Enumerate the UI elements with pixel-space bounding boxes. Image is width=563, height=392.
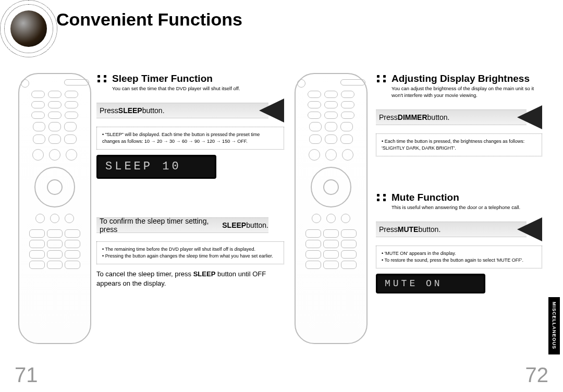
note-box-mute: 'MUTE ON' appears in the display. To res… [376, 246, 542, 268]
banner-bold: SLEEP [118, 106, 142, 115]
banner-press-mute: Press MUTE button. [376, 217, 542, 241]
note-line: The remaining time before the DVD player… [102, 246, 278, 253]
banner-bold: SLEEP [222, 221, 246, 229]
banner-triangle-icon [517, 217, 542, 241]
decorative-badge [0, 0, 57, 57]
banner-triangle-icon [517, 105, 542, 129]
lcd-sleep: SLEEP 10 [96, 155, 216, 179]
page-number-right: 72 [525, 363, 549, 387]
bullet-icon [376, 193, 387, 202]
bullet-icon [376, 74, 387, 83]
banner-text: button. [427, 113, 450, 121]
section-title-mute: Mute Function [391, 192, 459, 203]
section-title-brightness: Adjusting Display Brightness [391, 73, 530, 84]
banner-text: To confirm the sleep timer setting, pres… [100, 217, 222, 234]
banner-text: Press [100, 106, 118, 115]
note-box-dimmer: Each time the button is pressed, the bri… [376, 133, 542, 156]
brightness-intro: You can adjust the brightness of the dis… [391, 85, 542, 99]
page-title: Convenient Functions [56, 9, 242, 30]
section-title-sleep: Sleep Timer Function [112, 73, 213, 84]
mute-intro: This is useful when answering the door o… [391, 204, 542, 211]
note-line: Each time the button is pressed, the bri… [382, 138, 536, 152]
note-line: To restore the sound, press the button a… [382, 257, 536, 264]
lcd-mute: MUTE ON [376, 274, 485, 293]
main-content: Sleep Timer Function You can set the tim… [18, 73, 545, 344]
note-line: Pressing the button again changes the sl… [102, 253, 278, 260]
instruction-cancel: To cancel the sleep timer, press SLEEP b… [96, 270, 284, 288]
banner-confirm-sleep: To confirm the sleep timer setting, pres… [96, 213, 284, 237]
remote-illustration-right [295, 73, 368, 344]
banner-bold: DIMMER [398, 113, 427, 121]
banner-bold: MUTE [398, 225, 419, 234]
banner-press-sleep: Press SLEEP button. [96, 99, 284, 123]
right-column: Adjusting Display Brightness You can adj… [373, 73, 542, 344]
banner-text: button. [418, 225, 440, 234]
banner-text: Press [379, 113, 398, 121]
note-box-sleep-1: "SLEEP" will be displayed. Each time the… [96, 127, 284, 150]
banner-press-dimmer: Press DIMMER button. [376, 105, 542, 129]
note-box-sleep-2: The remaining time before the DVD player… [96, 241, 284, 264]
remote-illustration-left [18, 73, 91, 344]
page-numbers: 71 72 [15, 363, 548, 387]
page-number-left: 71 [15, 363, 38, 387]
note-line: "SLEEP" will be displayed. Each time the… [102, 131, 278, 145]
left-column: Sleep Timer Function You can set the tim… [96, 73, 289, 344]
banner-text: button. [246, 221, 268, 229]
banner-text: button. [142, 106, 165, 115]
banner-triangle-icon [259, 99, 284, 123]
side-tab: MISCELLANEOUS [548, 297, 560, 354]
sleep-intro: You can set the time that the DVD player… [112, 85, 284, 92]
note-line: 'MUTE ON' appears in the display. [382, 250, 536, 257]
banner-text: Press [379, 225, 398, 234]
bullet-icon [96, 74, 108, 83]
